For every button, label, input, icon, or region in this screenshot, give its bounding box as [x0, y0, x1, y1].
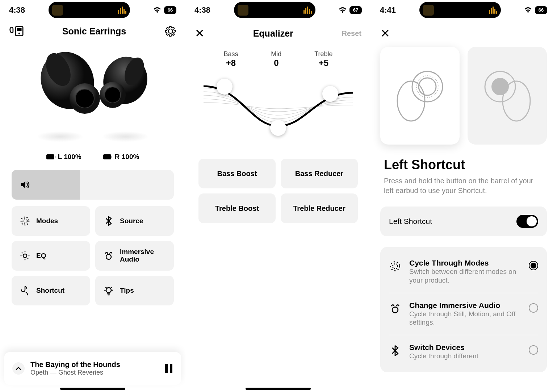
treble-handle[interactable]: [322, 86, 338, 102]
preset-label: Treble Reducer: [293, 204, 345, 213]
modes-tile[interactable]: Modes: [12, 206, 90, 236]
tile-label: Immersive Audio: [120, 248, 154, 263]
pause-icon[interactable]: [164, 363, 173, 374]
svg-point-32: [491, 78, 509, 95]
island-album-art: [238, 5, 248, 16]
radio-icon[interactable]: [529, 303, 538, 313]
svg-point-20: [22, 253, 23, 254]
tile-label: EQ: [36, 252, 46, 260]
tile-label: Tips: [120, 287, 134, 295]
eq-tile[interactable]: EQ: [12, 241, 90, 271]
section-description: Press and hold the button on the barrel …: [371, 176, 556, 207]
svg-point-23: [106, 288, 111, 293]
bass-label: Bass: [223, 50, 238, 58]
modes-icon: [20, 216, 30, 226]
preset-bass-boost[interactable]: Bass Boost: [198, 159, 276, 188]
svg-point-26: [397, 81, 425, 121]
battery-indicator: 66: [535, 6, 547, 14]
svg-rect-25: [170, 364, 172, 373]
svg-point-19: [25, 259, 26, 260]
tips-tile[interactable]: Tips: [95, 276, 174, 305]
island-album-art: [52, 5, 63, 16]
bass-handle[interactable]: [217, 79, 233, 95]
radio-selected-icon[interactable]: [529, 261, 538, 270]
right-battery: R 100%: [115, 153, 139, 161]
preset-label: Bass Reducer: [295, 170, 343, 178]
svg-point-28: [419, 78, 436, 95]
status-bar: 4:41 66: [371, 0, 556, 20]
svg-point-29: [416, 76, 438, 97]
toggle-label: Left Shortcut: [389, 217, 432, 226]
now-playing-bar[interactable]: The Baying of the Hounds Opeth — Ghost R…: [4, 352, 181, 385]
volume-slider[interactable]: [12, 170, 174, 200]
svg-point-2: [18, 33, 20, 34]
clock: 4:38: [194, 5, 210, 15]
wifi-icon: [339, 7, 347, 13]
close-icon[interactable]: ✕: [380, 27, 390, 40]
wifi-icon: [153, 7, 161, 13]
clock: 4:38: [9, 5, 25, 15]
toggle-switch[interactable]: [516, 215, 538, 228]
track-subtitle: Opeth — Ghost Reveries: [30, 369, 159, 376]
eq-graph[interactable]: [204, 75, 353, 137]
svg-point-22: [106, 254, 111, 259]
section-title: Left Shortcut: [371, 157, 556, 176]
audio-wave-icon: [118, 7, 126, 14]
status-bar: 4:38 66: [0, 0, 185, 20]
option-title: Change Immersive Audio: [409, 301, 521, 310]
battery-indicator: 67: [349, 6, 362, 14]
option-switch-devices[interactable]: Switch Devices Cycle through different: [380, 335, 547, 368]
source-tile[interactable]: Source: [95, 206, 174, 236]
tips-icon: [103, 285, 114, 296]
reset-button[interactable]: Reset: [342, 29, 361, 38]
left-earbud-icon: [395, 67, 445, 125]
wifi-icon: [524, 7, 532, 13]
preset-treble-boost[interactable]: Treble Boost: [198, 193, 276, 223]
bass-value: +8: [223, 58, 238, 68]
option-immersive[interactable]: Change Immersive Audio Cycle through Sti…: [380, 293, 547, 335]
svg-point-33: [393, 264, 398, 269]
svg-point-14: [21, 217, 29, 225]
left-earbud-card[interactable]: [380, 47, 460, 145]
island-album-art: [423, 5, 434, 16]
treble-value: +5: [314, 58, 332, 68]
mid-value: 0: [271, 58, 281, 68]
chevron-up-icon[interactable]: [12, 362, 25, 375]
speaker-icon: [20, 179, 30, 190]
option-desc: Cycle through Still, Motion, and Off set…: [409, 310, 521, 327]
shortcut-tile[interactable]: Shortcut: [12, 276, 90, 305]
track-title: The Baying of the Hounds: [30, 360, 159, 369]
close-icon[interactable]: ✕: [195, 26, 205, 40]
modes-icon: [389, 260, 401, 272]
product-image: [26, 41, 160, 135]
option-title: Cycle Through Modes: [409, 259, 521, 267]
audio-wave-icon: [489, 7, 497, 14]
shortcut-toggle-row[interactable]: Left Shortcut: [380, 207, 547, 236]
mid-handle[interactable]: [270, 120, 286, 136]
page-title: Sonic Earrings: [62, 26, 126, 37]
battery-icon: [46, 154, 54, 159]
preset-label: Treble Boost: [215, 204, 259, 213]
radio-icon[interactable]: [529, 345, 538, 355]
dynamic-island[interactable]: [234, 2, 315, 18]
svg-point-17: [29, 255, 30, 257]
preset-treble-reducer[interactable]: Treble Reducer: [281, 193, 358, 223]
battery-levels: L 100% R 100%: [0, 153, 185, 161]
gear-icon[interactable]: [165, 25, 176, 37]
preset-bass-reducer[interactable]: Bass Reducer: [281, 159, 358, 188]
right-earbud-card[interactable]: [468, 47, 547, 145]
dynamic-island[interactable]: [419, 2, 501, 18]
option-cycle-modes[interactable]: Cycle Through Modes Switch between diffe…: [380, 251, 547, 293]
battery-indicator: 66: [164, 6, 176, 14]
tile-label: Shortcut: [36, 287, 64, 295]
home-indicator[interactable]: [60, 388, 125, 390]
immersive-tile[interactable]: Immersive Audio: [95, 241, 174, 271]
treble-label: Treble: [314, 50, 332, 58]
dynamic-island[interactable]: [49, 2, 130, 18]
clock: 4:41: [380, 5, 396, 15]
device-list-icon[interactable]: [9, 25, 24, 37]
home-indicator[interactable]: [246, 388, 311, 390]
svg-point-13: [23, 219, 27, 223]
tile-label: Source: [120, 217, 143, 225]
tile-label: Modes: [36, 217, 58, 225]
